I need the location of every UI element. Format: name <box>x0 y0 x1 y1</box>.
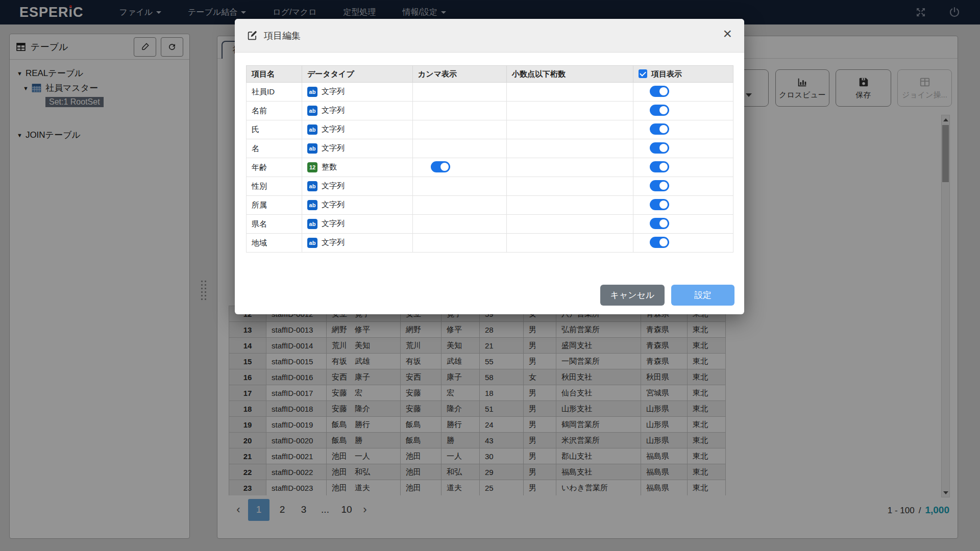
field-row: 氏ab文字列 <box>247 120 733 139</box>
toggle-knob <box>659 182 668 190</box>
toggle-knob <box>659 163 668 171</box>
cancel-button[interactable]: キャンセル <box>600 285 665 306</box>
toggle-knob <box>659 219 668 228</box>
decimal-digits-cell <box>507 215 633 234</box>
field-row: 県名ab文字列 <box>247 215 733 234</box>
field-visible-cell <box>633 215 733 234</box>
field-name: 名前 <box>247 102 302 120</box>
comma-display-cell <box>413 177 507 196</box>
string-type-icon: ab <box>307 238 317 248</box>
field-name: 氏 <box>247 120 302 139</box>
comma-display-cell <box>413 120 507 139</box>
type-label: 文字列 <box>322 219 345 228</box>
edit-icon <box>247 30 258 41</box>
decimal-digits-cell <box>507 158 633 177</box>
type-label: 文字列 <box>322 124 345 133</box>
integer-type-icon: 12 <box>307 162 317 172</box>
field-visible-cell <box>633 102 733 120</box>
col-decimal-digits: 小数点以下桁数 <box>507 66 633 83</box>
field-row: 社員IDab文字列 <box>247 83 733 102</box>
visible-toggle[interactable] <box>650 142 669 154</box>
field-settings-table: 項目名 データタイプ カンマ表示 小数点以下桁数 項目表示 社員IDab文字列名… <box>246 65 733 253</box>
visible-toggle[interactable] <box>650 105 669 116</box>
type-label: 文字列 <box>322 200 345 209</box>
field-visible-cell <box>633 234 733 253</box>
dialog-title: 項目編集 <box>264 30 301 42</box>
field-name: 県名 <box>247 215 302 234</box>
field-visible-cell <box>633 196 733 215</box>
dialog-header: 項目編集 <box>235 19 744 53</box>
field-visible-cell <box>633 120 733 139</box>
comma-display-cell <box>413 139 507 158</box>
field-type: ab文字列 <box>302 196 413 215</box>
field-type: 12整数 <box>302 158 413 177</box>
visible-toggle[interactable] <box>650 180 669 191</box>
string-type-icon: ab <box>307 106 317 116</box>
field-row: 名ab文字列 <box>247 139 733 158</box>
decimal-digits-cell <box>507 177 633 196</box>
toggle-knob <box>659 106 668 114</box>
visible-toggle[interactable] <box>650 237 669 248</box>
select-all-checkbox[interactable] <box>639 69 647 78</box>
field-row: 名前ab文字列 <box>247 102 733 120</box>
field-type: ab文字列 <box>302 120 413 139</box>
comma-toggle[interactable] <box>431 161 450 172</box>
field-row: 性別ab文字列 <box>247 177 733 196</box>
comma-display-cell <box>413 196 507 215</box>
visible-toggle[interactable] <box>650 199 669 210</box>
decimal-digits-cell <box>507 234 633 253</box>
comma-display-cell <box>413 102 507 120</box>
decimal-digits-cell <box>507 83 633 102</box>
string-type-icon: ab <box>307 143 317 154</box>
toggle-knob <box>659 144 668 152</box>
type-label: 文字列 <box>322 238 345 246</box>
field-visible-cell <box>633 139 733 158</box>
field-row: 地域ab文字列 <box>247 234 733 253</box>
toggle-knob <box>659 238 668 246</box>
visible-toggle[interactable] <box>650 123 669 135</box>
type-label: 文字列 <box>322 106 345 114</box>
decimal-digits-cell <box>507 102 633 120</box>
type-label: 文字列 <box>322 87 345 95</box>
field-type: ab文字列 <box>302 139 413 158</box>
field-type: ab文字列 <box>302 102 413 120</box>
submit-button[interactable]: 設定 <box>671 285 734 306</box>
type-label: 整数 <box>322 162 337 171</box>
visible-toggle[interactable] <box>650 161 669 172</box>
col-comma-display: カンマ表示 <box>413 66 507 83</box>
comma-display-cell <box>413 158 507 177</box>
field-name: 所属 <box>247 196 302 215</box>
comma-display-cell <box>413 234 507 253</box>
modal-table-body: 社員IDab文字列名前ab文字列氏ab文字列名ab文字列年齢12整数性別ab文字… <box>247 83 733 253</box>
field-name: 年齢 <box>247 158 302 177</box>
field-row: 所属ab文字列 <box>247 196 733 215</box>
toggle-knob <box>659 125 668 133</box>
visible-toggle[interactable] <box>650 86 669 97</box>
visible-toggle[interactable] <box>650 218 669 229</box>
string-type-icon: ab <box>307 181 317 191</box>
toggle-knob <box>659 87 668 95</box>
field-type: ab文字列 <box>302 215 413 234</box>
field-edit-dialog: 項目編集 × 項目名 データタイプ カンマ表示 小数点以下桁数 項目表示 社員I… <box>235 19 744 314</box>
field-name: 性別 <box>247 177 302 196</box>
toggle-knob <box>440 163 449 171</box>
string-type-icon: ab <box>307 219 317 229</box>
decimal-digits-cell <box>507 196 633 215</box>
decimal-digits-cell <box>507 139 633 158</box>
col-data-type: データタイプ <box>302 66 413 83</box>
toggle-knob <box>659 201 668 209</box>
decimal-digits-cell <box>507 120 633 139</box>
field-visible-cell <box>633 83 733 102</box>
comma-display-cell <box>413 83 507 102</box>
string-type-icon: ab <box>307 87 317 97</box>
field-name: 地域 <box>247 234 302 253</box>
string-type-icon: ab <box>307 200 317 210</box>
field-visible-cell <box>633 158 733 177</box>
type-label: 文字列 <box>322 181 345 190</box>
col-field-name: 項目名 <box>247 66 302 83</box>
type-label: 文字列 <box>322 143 345 152</box>
field-type: ab文字列 <box>302 234 413 253</box>
col-field-visible: 項目表示 <box>633 66 733 83</box>
close-icon[interactable]: × <box>723 26 732 41</box>
field-name: 名 <box>247 139 302 158</box>
